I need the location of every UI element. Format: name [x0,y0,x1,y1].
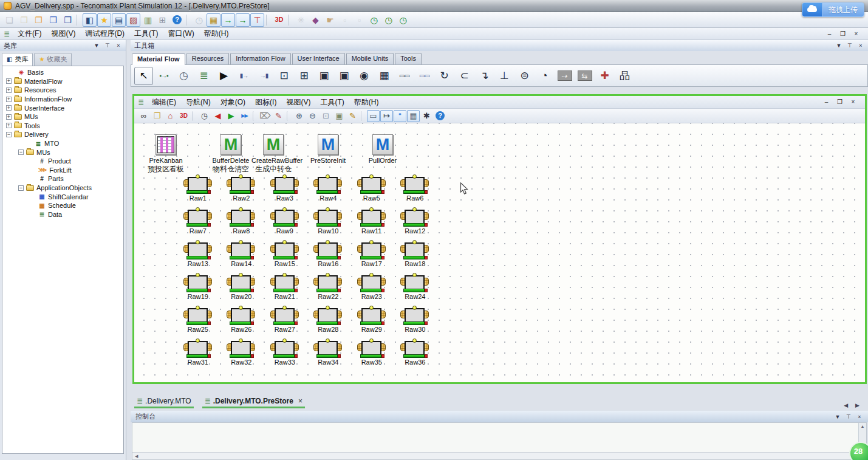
raw-store-station[interactable]: Raw6 [394,174,437,207]
profiler-methods-icon[interactable]: ◷ [381,13,395,27]
separator[interactable] [287,111,291,121]
singleproc-tool[interactable]: ⊡ [275,67,293,85]
tree-item[interactable]: + Resources [2,86,123,95]
raw-store-station[interactable]: Raw33 [263,338,307,371]
edit-icon-icon[interactable]: ▣ [333,110,346,122]
tree-expander-icon[interactable]: + [6,105,12,111]
converter-tool[interactable]: ✚ [595,67,614,85]
close-icon[interactable]: × [856,414,863,420]
tree-item[interactable]: + MUs [2,112,123,122]
raw-store-station[interactable]: Raw34 [307,338,350,371]
show-connectors-icon[interactable]: ↦ [380,110,393,122]
raw-store-station[interactable]: Raw15 [263,240,307,273]
close-icon[interactable]: × [115,43,122,49]
toolbox-toggle-icon[interactable]: ▨ [126,13,140,27]
frame-tool[interactable]: ≣ [194,67,213,85]
tree-expander-icon[interactable]: + [6,88,12,93]
raw-store-station[interactable]: Raw23 [350,273,394,306]
tree-item[interactable]: ≣ MTO [2,139,123,148]
class-library-tab[interactable]: ★ 收藏夹 [34,53,72,66]
close-tab-icon[interactable]: × [298,397,302,405]
frame-menu-item[interactable]: 工具(T) [315,97,349,108]
connector-tool[interactable]: ▪→▪ [154,67,173,85]
toolbox-tab[interactable]: User Interface [292,53,345,64]
tree-item[interactable]: − Delivery [2,130,123,139]
library-icon[interactable]: ▥ [141,13,155,27]
debugger-icon[interactable]: ✳ [294,13,308,27]
dismantlestation-tool[interactable]: ▣ [335,67,354,85]
class-library-tab[interactable]: ◧ 类库 [2,53,33,66]
tree-item[interactable]: + MaterialFlow [2,77,123,86]
source-tool[interactable]: ▶ [214,67,233,85]
raw-store-station[interactable]: Raw35 [350,338,394,371]
raw-store-station[interactable]: Raw29 [350,306,394,338]
raw-store-station[interactable]: Raw7 [176,207,220,240]
collapse-icon[interactable]: ▼ [835,43,842,49]
raw-store-station[interactable]: Raw14 [220,240,264,273]
pin-icon[interactable]: ⊤ [846,43,853,49]
prev-tab-icon[interactable]: ◀ [844,402,848,408]
interface-tool[interactable]: ▮→ [234,67,253,85]
sorter-tool[interactable]: ▭▭ [395,67,414,85]
save-as-icon[interactable]: ❒ [61,13,75,27]
line-tool[interactable]: ▭▭ [415,67,434,85]
raw-store-station[interactable]: Raw22 [307,273,350,306]
cycle-tool[interactable]: ↻ [435,67,454,85]
tree-item[interactable]: ⋙ ForkLift [2,166,123,175]
collapse-icon[interactable]: ▼ [93,43,100,49]
select-tool[interactable]: ↖ [134,67,153,85]
menu-item[interactable]: 文件(F) [13,28,46,39]
store-tool[interactable]: ◉ [355,67,374,85]
separator[interactable] [266,15,270,26]
tree-expander-icon[interactable]: + [6,78,12,84]
open-location-icon[interactable]: ❐ [151,110,163,122]
toolbox-tab[interactable]: Information Flow [230,53,290,64]
zoom-out-icon[interactable]: ⊖ [306,110,319,122]
toolbox-tab[interactable]: Mobile Units [346,53,394,64]
pin-icon[interactable]: ⊤ [845,414,852,420]
raw-store-station[interactable]: Raw13 [176,240,220,273]
CreateRawBuffer[interactable]: M CreateRawBuffer 生成中转仓 [251,134,295,174]
tree-item[interactable]: ▦ Schedule [2,201,123,210]
minimize-button[interactable]: – [821,98,832,106]
start-simulation-icon[interactable]: → [221,13,235,27]
menu-item[interactable]: 视图(V) [46,28,80,39]
tree-item[interactable]: # Parts [2,174,123,184]
separator[interactable] [361,111,365,121]
raw-store-station[interactable]: Raw2 [220,174,264,207]
PreKanban[interactable]: PreKanban 预投区看板 [144,134,188,174]
tree-item[interactable]: + Tools [2,122,123,131]
raw-store-station[interactable]: Raw25 [176,306,220,338]
home-icon[interactable]: ⌂ [164,110,177,122]
raw-store-station[interactable]: Raw9 [263,207,307,240]
raw-store-station[interactable]: Raw16 [307,240,350,273]
raw-store-station[interactable]: Raw3 [263,174,307,207]
turnplate-tool[interactable]: ◔ [535,67,554,85]
next-tab-icon[interactable]: ▶ [855,402,859,408]
tree-item[interactable]: + UserInterface [2,103,123,112]
raw-store-station[interactable]: Raw5 [350,174,394,207]
show-console-icon[interactable]: ▭ [367,110,380,122]
collapse-icon[interactable]: ▼ [834,414,841,420]
raw-store-station[interactable]: Raw26 [220,306,264,338]
PullOrder[interactable]: M PullOrder [361,134,405,164]
eraser-icon[interactable]: ✎ [272,110,285,122]
breakpoints-icon[interactable]: ◆ [309,13,323,27]
menu-item[interactable]: 工具(T) [129,28,163,39]
raw-store-station[interactable]: Raw12 [394,207,437,240]
clock-icon[interactable]: ◷ [192,13,206,27]
raw-store-station[interactable]: Raw1 [176,174,220,207]
tree-item[interactable]: + InformationFlow [2,95,123,104]
buffer-tool[interactable]: ▦ [375,67,394,85]
angular-converter-tool[interactable]: ↴ [475,67,494,85]
raw-store-station[interactable]: Raw28 [307,306,350,338]
close-button[interactable]: × [847,98,859,106]
profiler-reset-icon[interactable]: ◷ [396,13,410,27]
toolbox-tab[interactable]: Tools [395,53,422,64]
tree-item[interactable]: − MUs [2,148,123,157]
start-icon[interactable]: ▶ [225,110,238,122]
raw-store-station[interactable]: Raw19 [176,273,220,306]
raw-store-station[interactable]: Raw8 [220,207,264,240]
PreStoreInit[interactable]: M PreStoreInit [306,134,350,164]
pencil-icon[interactable]: ✎ [346,110,359,122]
